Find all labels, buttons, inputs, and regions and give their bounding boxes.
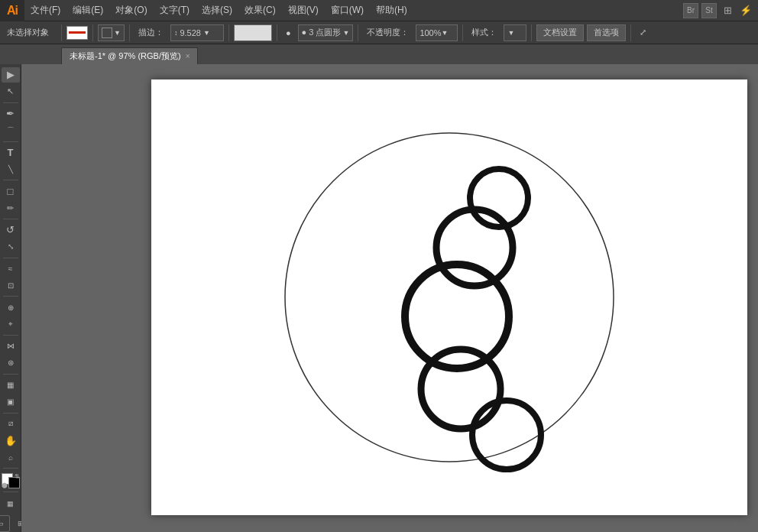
stroke-value-field[interactable]: ↕ 9.528 ▼	[170, 24, 224, 41]
tool-curvature[interactable]: ⌒	[2, 123, 20, 138]
style-label: 样式：	[468, 24, 500, 41]
menu-type[interactable]: 文字(T)	[154, 0, 196, 21]
artwork-svg	[151, 79, 747, 515]
tb-separator-9	[630, 24, 631, 41]
menu-effect[interactable]: 效果(C)	[238, 0, 282, 21]
tool-free-transform[interactable]: ⊡	[2, 278, 20, 294]
lt-sep-11	[3, 491, 18, 492]
main-area: ▶ ↖ ✒ ⌒ T ╲ □ ✏ ↺ ⤡ ≈ ⊡ ⊕ ⌖ ⋈ ⊛ ▦ ▣ ⧄ ✋ …	[0, 64, 758, 532]
lt-sep-1	[3, 102, 18, 103]
stroke-color-preview[interactable]	[66, 26, 88, 40]
color-swatch[interactable]	[234, 24, 272, 41]
stroke-dropdown-arrow: ▼	[203, 29, 210, 37]
tool-slice[interactable]: ⧄	[2, 416, 20, 431]
style-selector[interactable]: ▼	[504, 24, 526, 41]
color-box-group: ⇅ ⬤	[2, 473, 20, 488]
tool-shape-builder[interactable]: ⊕	[2, 300, 20, 315]
stroke-arrow-icon: ↕	[174, 29, 178, 37]
menu-select[interactable]: 选择(S)	[196, 0, 238, 21]
tool-pen[interactable]: ✒	[2, 106, 20, 122]
menu-object[interactable]: 对象(O)	[109, 0, 153, 21]
menu-view[interactable]: 视图(V)	[282, 0, 325, 21]
tool-select[interactable]: ▶	[2, 67, 20, 83]
tb-separator-3	[129, 24, 130, 41]
tool-rect[interactable]: □	[2, 183, 20, 199]
tool-direct-select[interactable]: ↖	[2, 84, 20, 99]
stroke-type-selector[interactable]: ▼	[98, 24, 125, 41]
menu-help[interactable]: 帮助(H)	[370, 0, 413, 21]
stroke-type-arrow: ▼	[114, 29, 121, 37]
menu-window[interactable]: 窗口(W)	[325, 0, 370, 21]
opacity-value: 100%	[419, 28, 441, 37]
sync-icon[interactable]: ⚡	[738, 3, 753, 18]
point-type-arrow: ▼	[342, 29, 349, 37]
no-selection-label: 未选择对象	[3, 24, 57, 41]
menu-file[interactable]: 文件(F)	[24, 0, 66, 21]
tab-close-button[interactable]: ×	[186, 52, 190, 60]
arrange-icon[interactable]: ⤢	[636, 24, 650, 41]
ai-logo: Ai	[0, 0, 24, 21]
reset-colors-icon[interactable]: ⬤	[2, 482, 8, 488]
svg-point-5	[472, 401, 541, 469]
grid-icon[interactable]: ⊞	[720, 3, 735, 18]
bridge-icon[interactable]: Br	[683, 3, 698, 18]
canvas-area[interactable]	[21, 64, 758, 532]
tool-blend[interactable]: ⋈	[2, 339, 20, 354]
tool-rotate[interactable]: ↺	[2, 222, 20, 238]
document-tab[interactable]: 未标题-1* @ 97% (RGB/预览) ×	[61, 47, 198, 64]
left-toolbar: ▶ ↖ ✒ ⌒ T ╲ □ ✏ ↺ ⤡ ≈ ⊡ ⊕ ⌖ ⋈ ⊛ ▦ ▣ ⧄ ✋ …	[0, 64, 21, 532]
svg-point-4	[421, 349, 500, 429]
stroke-label: 描边：	[134, 24, 167, 41]
lt-sep-4	[3, 219, 18, 219]
tool-artboard[interactable]: ▣	[2, 394, 20, 410]
tool-zoom[interactable]: ⌕	[2, 449, 20, 465]
tool-graph[interactable]: ▦	[2, 378, 20, 393]
menu-edit[interactable]: 编辑(E)	[66, 0, 109, 21]
tool-line[interactable]: ╲	[2, 161, 20, 177]
normal-screen-icon[interactable]: ▭	[0, 515, 10, 532]
stock-icon[interactable]: St	[701, 3, 717, 18]
lt-sep-7	[3, 335, 18, 336]
doc-settings-button[interactable]: 文档设置	[536, 24, 584, 41]
lt-sep-5	[3, 258, 18, 258]
tool-scale[interactable]: ⤡	[2, 239, 20, 255]
canvas-paper	[151, 79, 747, 515]
opacity-label: 不透明度：	[363, 24, 413, 41]
preferences-button[interactable]: 首选项	[587, 24, 626, 41]
opacity-dropdown: ▼	[442, 29, 449, 37]
point-label: ●	[282, 24, 295, 41]
tb-separator-8	[531, 24, 532, 41]
point-type-selector[interactable]: ● 3 点圆形 ▼	[298, 24, 354, 41]
point-type-label: ● 3 点圆形	[302, 27, 342, 38]
tb-separator-6	[358, 24, 358, 41]
tb-separator-1	[61, 24, 62, 41]
tool-eyedropper[interactable]: ⌖	[2, 316, 20, 332]
lt-sep-3	[3, 180, 18, 180]
lt-sep-10	[3, 468, 18, 469]
tool-symbol[interactable]: ⊛	[2, 355, 20, 371]
stroke-value: 9.528	[180, 28, 201, 37]
lt-sep-6	[3, 296, 18, 297]
lt-sep-2	[3, 141, 18, 142]
svg-point-2	[436, 209, 513, 286]
menu-items: 文件(F) 编辑(E) 对象(O) 文字(T) 选择(S) 效果(C) 视图(V…	[24, 0, 413, 21]
opacity-field[interactable]: 100% ▼	[416, 24, 458, 41]
gradient-mode-icon[interactable]: ▦	[2, 495, 20, 512]
tool-hand[interactable]: ✋	[2, 433, 20, 448]
tool-type[interactable]: T	[2, 144, 20, 160]
tb-separator-7	[462, 24, 463, 41]
svg-point-0	[285, 133, 614, 462]
menu-right: Br St ⊞ ⚡	[683, 3, 758, 18]
stroke-red-line	[69, 31, 86, 34]
lt-sep-9	[3, 413, 18, 414]
swap-colors-icon[interactable]: ⇅	[15, 473, 20, 480]
tab-bar: 未标题-1* @ 97% (RGB/预览) ×	[0, 44, 758, 64]
menu-bar: Ai 文件(F) 编辑(E) 对象(O) 文字(T) 选择(S) 效果(C) 视…	[0, 0, 758, 21]
tb-separator-2	[92, 24, 93, 41]
stroke-square-icon	[102, 28, 112, 38]
lt-sep-8	[3, 374, 18, 375]
tool-paintbrush[interactable]: ✏	[2, 200, 20, 216]
tb-separator-5	[277, 24, 277, 41]
toolbar: 未选择对象 ▼ 描边： ↕ 9.528 ▼ ● ● 3 点圆形 ▼ 不透明度： …	[0, 21, 758, 44]
tool-warp[interactable]: ≈	[2, 261, 20, 277]
